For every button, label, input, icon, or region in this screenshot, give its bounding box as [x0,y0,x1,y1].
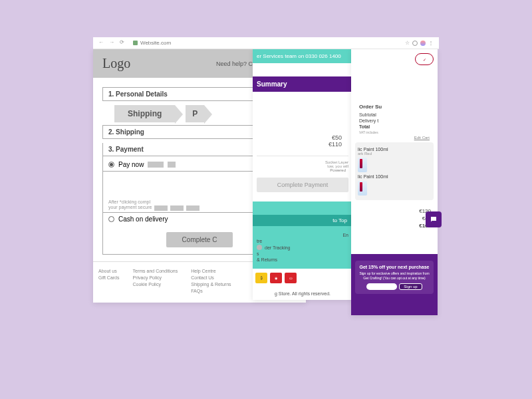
high-fidelity-layer: ✓ Order Su Subtotal Delivery t Total VAT… [351,49,438,315]
help-phone: er Services team on 0330 026 1400 [253,49,352,63]
footer-link[interactable]: Terms and Conditions [133,269,178,273]
email-input[interactable] [366,283,397,290]
forward-arrow-icon[interactable]: → [109,39,117,47]
footer-link[interactable]: FAQs [191,289,231,293]
logo: Logo [102,56,130,71]
brand-badge: ✓ [415,53,434,65]
order-summary-title: Order Su [359,104,430,110]
cart-item: lic Paint 100ml [358,174,431,179]
menu-icon[interactable]: ⋮ [428,40,434,46]
product-thumb [358,158,367,172]
chat-icon [430,215,438,223]
complete-button[interactable]: Complete C [166,232,233,247]
footer-link[interactable]: About us [98,269,120,273]
crumb-shipping: Shipping [114,105,175,122]
edit-cart-link[interactable]: Edit Cart [414,136,430,140]
summary-header: Summary [253,76,352,92]
reload-icon[interactable]: ⟳ [120,39,128,47]
radio-icon [108,162,114,168]
powered-by: Powered [257,168,348,172]
pay-now-label: Pay now [118,161,144,168]
footer-links: En tre der Tracking s & Returns [253,226,352,269]
chat-button[interactable] [426,211,442,227]
promo-card: Get 15% off your next purchase Sign up f… [355,261,434,294]
mid-fidelity-layer: er Services team on 0330 026 1400 Summar… [253,49,352,300]
promo-text: Sign up for exclusive offers and inspira… [359,271,430,280]
url-text: Website.com [140,40,171,46]
price-line: €50 [263,134,342,141]
payment-badges: ₿ ◉ ▭ [253,269,352,287]
profile-icon[interactable] [420,41,426,46]
back-to-top[interactable]: to Top [253,215,352,226]
summary-prices: €120 €40 €160 [351,203,438,234]
footer-link[interactable]: Contact Us [191,275,231,280]
mini-cart: Edit Cart lic Paint 100ml ark Red lic Pa… [355,142,434,200]
product-thumb [358,181,367,196]
promo-title: Get 15% off your next purchase [359,265,430,269]
footer-link[interactable]: Privacy Policy [133,275,178,280]
footer-link[interactable]: Cookie Policy [133,282,178,287]
extension-icon[interactable] [412,41,418,46]
cod-label: Cash on delivery [118,215,168,223]
cart-item: lic Paint 100ml ark Red [358,147,431,156]
back-arrow-icon[interactable]: ← [98,39,106,47]
order-summary-card: Order Su Subtotal Delivery t Total VAT i… [355,100,434,138]
footer-link[interactable]: Shipping & Returns [191,282,231,287]
signup-button[interactable]: Sign up [399,283,422,290]
lock-icon [133,41,138,45]
bookmark-icon[interactable]: ☆ [405,40,410,46]
footer-purple: Get 15% off your next purchase Sign up f… [351,254,438,315]
radio-icon [108,216,114,222]
footer-link[interactable]: Help Centre [191,269,231,273]
price-line: €110 [263,141,342,148]
footer-link[interactable]: Gift Cards [98,275,120,280]
complete-payment-button[interactable]: Complete Payment [257,178,348,192]
crumb-next: P [186,105,204,122]
copyright: g Store. All rights reserved. [253,287,352,300]
browser-chrome: ← → ⟳ Website.com ☆ ⋮ [93,37,439,49]
